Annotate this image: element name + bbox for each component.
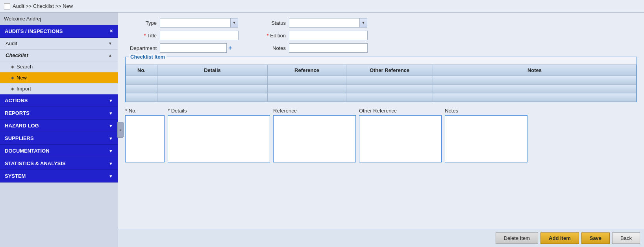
edition-input[interactable] [289, 31, 368, 40]
add-item-button[interactable]: Add Item [540, 232, 579, 244]
bottom-col-details: * Details [168, 108, 270, 162]
breadcrumb: Audit >> Checklist >> New [13, 3, 73, 9]
sidebar-section-hazard-log[interactable]: HAZARD LOG ▼ [0, 120, 118, 132]
title-label: * Title [125, 33, 157, 39]
documentation-arrow: ▼ [109, 149, 113, 153]
status-label: Status [254, 20, 286, 26]
top-bar: Audit >> Checklist >> New [0, 0, 644, 13]
hazard-arrow: ▼ [109, 124, 113, 128]
statistics-arrow: ▼ [109, 161, 113, 166]
row-notes-cell [433, 76, 637, 85]
sidebar-section-actions[interactable]: ACTIONS ▼ [0, 94, 118, 107]
checklist-arrow: ▲ [108, 53, 112, 57]
bottom-no-input[interactable] [125, 115, 165, 162]
row-no-cell [126, 76, 157, 85]
type-select-wrap: Audit ▼ [160, 18, 238, 28]
bullet-search: ◆ [11, 65, 14, 69]
col-other-ref: Other Reference [346, 65, 433, 76]
sidebar-subitem-import[interactable]: ◆ Import [0, 83, 118, 94]
sidebar-section-audits-inspections[interactable]: AUDITS / INSPECTIONS ✕ [0, 25, 118, 38]
sidebar-section-suppliers[interactable]: SUPPLIERS ▼ [0, 132, 118, 145]
sidebar-subitem-new[interactable]: ◆ New [0, 72, 118, 83]
table-row [126, 85, 637, 93]
bottom-col-no: * No. [125, 108, 165, 162]
sidebar: Welcome Andrej AUDITS / INSPECTIONS ✕ Au… [0, 13, 118, 182]
bullet-new: ◆ [11, 76, 14, 80]
bullet-import: ◆ [11, 87, 14, 91]
sidebar-section-reports[interactable]: REPORTS ▼ [0, 107, 118, 120]
actions-arrow: ▼ [109, 98, 113, 103]
status-input[interactable]: Active [289, 18, 359, 28]
suppliers-arrow: ▼ [109, 136, 113, 141]
bottom-details-label: * Details [168, 108, 270, 114]
col-details: Details [157, 65, 268, 76]
bottom-notes-input[interactable] [445, 115, 527, 162]
department-add-btn[interactable]: + [228, 44, 232, 52]
table-row [126, 93, 637, 102]
title-required-star: * [144, 33, 146, 39]
sidebar-section-documentation[interactable]: DOCUMENTATION ▼ [0, 145, 118, 157]
checklist-item-section: Checklist Item No. Details Reference Oth… [125, 57, 637, 102]
bottom-no-label: * No. [125, 108, 165, 114]
bottom-notes-label: Notes [445, 108, 527, 114]
system-arrow: ▼ [109, 174, 113, 179]
action-buttons-bar: Delete Item Add Item Save Back [118, 229, 644, 247]
table-row [126, 76, 637, 85]
row-other-ref-cell [346, 76, 433, 85]
checklist-table: No. Details Reference Other Reference No… [126, 65, 637, 102]
sidebar-collapse-button[interactable]: « [117, 122, 124, 138]
reports-arrow: ▼ [109, 111, 113, 116]
bottom-reference-input[interactable] [273, 115, 356, 162]
checklist-section-title: Checklist Item [129, 54, 167, 60]
bottom-other-ref-label: Other Reference [359, 108, 442, 114]
bottom-col-other-ref: Other Reference [359, 108, 442, 162]
delete-item-button[interactable]: Delete Item [496, 232, 538, 244]
title-input[interactable] [160, 31, 239, 40]
content-area: Type Audit ▼ * Title Department [118, 13, 644, 229]
checklist-table-scroll[interactable]: No. Details Reference Other Reference No… [126, 65, 637, 102]
bottom-reference-label: Reference [273, 108, 356, 114]
notes-input[interactable] [289, 43, 368, 53]
sidebar-section-system[interactable]: SYSTEM ▼ [0, 170, 118, 182]
section-collapse-arrow: ✕ [109, 29, 113, 34]
row-reference-cell [268, 76, 346, 85]
department-input[interactable] [160, 43, 227, 53]
type-dropdown-btn[interactable]: ▼ [230, 18, 238, 28]
back-button[interactable]: Back [612, 232, 640, 244]
col-no: No. [126, 65, 157, 76]
edition-label: * Edition [254, 33, 286, 39]
sidebar-section-statistics[interactable]: STATISTICS & ANALYSIS ▼ [0, 157, 118, 170]
col-notes: Notes [433, 65, 637, 76]
department-label: Department [125, 45, 157, 51]
audit-arrow: ▼ [108, 41, 112, 46]
status-select-wrap: Active ▼ [289, 18, 367, 28]
bottom-col-notes: Notes [445, 108, 527, 162]
department-select-wrap: + [160, 43, 232, 53]
sidebar-item-audit[interactable]: Audit ▼ [0, 38, 118, 50]
row-details-cell [157, 76, 268, 85]
edition-required-star: * [267, 33, 269, 39]
bottom-other-ref-input[interactable] [359, 115, 442, 162]
type-input[interactable]: Audit [160, 18, 230, 28]
welcome-bar: Welcome Andrej [0, 13, 118, 25]
bottom-form: * No. * Details Reference Other Referenc… [125, 108, 637, 162]
sidebar-subitem-search[interactable]: ◆ Search [0, 61, 118, 72]
notes-label: Notes [254, 45, 286, 51]
bottom-details-input[interactable] [168, 115, 270, 162]
status-dropdown-btn[interactable]: ▼ [359, 18, 367, 28]
sidebar-item-checklist[interactable]: Checklist ▲ [0, 50, 118, 61]
type-label: Type [125, 20, 157, 26]
bottom-col-reference: Reference [273, 108, 356, 162]
save-button[interactable]: Save [581, 232, 610, 244]
col-reference: Reference [268, 65, 346, 76]
page-icon [4, 3, 10, 9]
